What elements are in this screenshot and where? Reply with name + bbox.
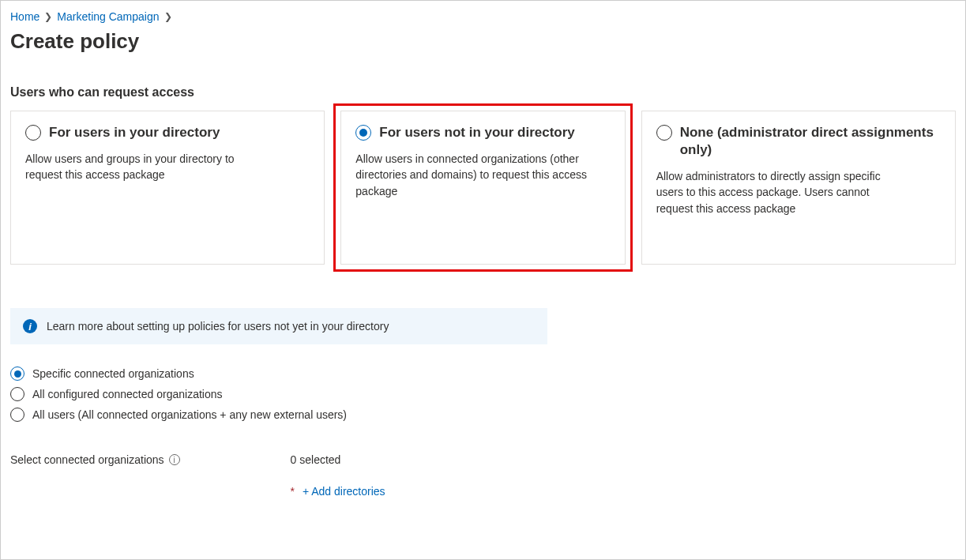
radio-icon xyxy=(656,125,672,141)
card-title: None (administrator direct assignments o… xyxy=(680,124,941,159)
radio-all-configured-orgs[interactable]: All configured connected organizations xyxy=(10,387,956,401)
info-icon[interactable]: i xyxy=(169,454,180,465)
radio-all-users[interactable]: All users (All connected organizations +… xyxy=(10,408,956,422)
radio-icon xyxy=(10,387,24,401)
card-none-admin[interactable]: None (administrator direct assignments o… xyxy=(641,111,956,265)
info-banner-text: Learn more about setting up policies for… xyxy=(47,320,389,333)
radio-specific-connected-orgs[interactable]: Specific connected organizations xyxy=(10,366,956,381)
card-title: For users in your directory xyxy=(49,124,220,141)
select-connected-orgs-label: Select connected organizations i xyxy=(10,453,180,466)
radio-icon xyxy=(10,366,24,381)
info-banner[interactable]: i Learn more about setting up policies f… xyxy=(10,308,547,344)
required-indicator-icon: * xyxy=(291,485,295,498)
breadcrumb-item-campaign[interactable]: Marketing Campaign xyxy=(57,10,159,23)
requestor-cards: For users in your directory Allow users … xyxy=(10,111,956,265)
card-desc: Allow administrators to directly assign … xyxy=(656,168,909,216)
page-title: Create policy xyxy=(10,29,956,54)
radio-icon xyxy=(355,125,371,141)
add-directories-link[interactable]: * + Add directories xyxy=(291,485,385,498)
card-users-in-directory[interactable]: For users in your directory Allow users … xyxy=(10,111,325,265)
card-users-not-in-directory[interactable]: For users not in your directory Allow us… xyxy=(340,111,625,265)
radio-icon xyxy=(25,125,41,141)
radio-label: All configured connected organizations xyxy=(32,388,223,400)
chevron-right-icon: ❯ xyxy=(164,11,172,22)
info-icon: i xyxy=(23,319,37,333)
breadcrumb: Home ❯ Marketing Campaign ❯ xyxy=(10,7,956,24)
radio-label: All users (All connected organizations +… xyxy=(32,408,347,421)
scope-radio-group: Specific connected organizations All con… xyxy=(10,366,956,422)
selected-count: 0 selected xyxy=(291,453,385,466)
radio-label: Specific connected organizations xyxy=(32,367,194,380)
breadcrumb-item-home[interactable]: Home xyxy=(10,10,39,23)
section-heading-users: Users who can request access xyxy=(10,85,956,100)
radio-icon xyxy=(10,408,24,422)
highlighted-card-wrap: For users not in your directory Allow us… xyxy=(333,103,632,272)
card-desc: Allow users and groups in your directory… xyxy=(25,151,262,183)
card-title: For users not in your directory xyxy=(379,124,575,141)
chevron-right-icon: ❯ xyxy=(44,11,52,22)
card-desc: Allow users in connected organizations (… xyxy=(355,151,592,199)
